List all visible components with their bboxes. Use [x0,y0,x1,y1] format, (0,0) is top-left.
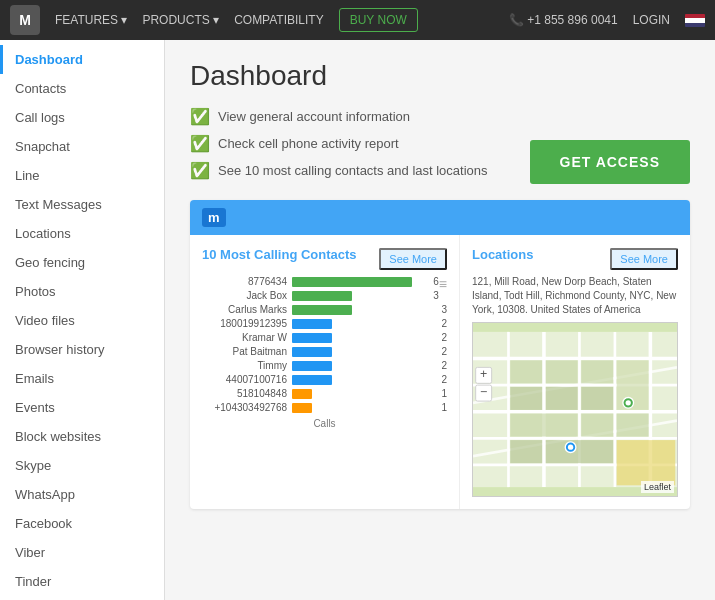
chart-bar [292,277,412,287]
products-nav-link[interactable]: PRODUCTS ▾ [142,13,219,27]
chart-value: 2 [441,374,447,385]
calls-section: 10 Most Calling Contacts See More ≡ 8776… [190,235,460,509]
locations-see-more-button[interactable]: See More [610,248,678,270]
map-svg: + − [473,323,677,496]
svg-rect-18 [581,387,613,410]
sidebar-item-events[interactable]: Events [0,393,164,422]
features-nav-link[interactable]: FEATURES ▾ [55,13,127,27]
chart-bar-container [292,277,430,287]
card-logo: m [202,208,226,227]
chart-row: Carlus Marks 3 [202,304,447,315]
svg-rect-15 [581,360,613,383]
chart-value: 1 [441,388,447,399]
sidebar-item-call-logs[interactable]: Call logs [0,103,164,132]
check-icon-3: ✅ [190,161,210,180]
chart-bar-container [292,361,438,371]
sidebar-item-line[interactable]: Line [0,161,164,190]
calls-section-title: 10 Most Calling Contacts [202,247,357,262]
top-nav: M FEATURES ▾ PRODUCTS ▾ COMPATIBILITY BU… [0,0,715,40]
card-body: 10 Most Calling Contacts See More ≡ 8776… [190,235,690,509]
main-layout: Dashboard Contacts Call logs Snapchat Li… [0,40,715,600]
nav-right: 📞 +1 855 896 0041 LOGIN [509,13,705,27]
svg-point-29 [626,400,631,405]
svg-rect-16 [510,387,542,410]
chart-bar [292,403,312,413]
sidebar-item-block-websites[interactable]: Block websites [0,422,164,451]
chart-bar [292,305,352,315]
sidebar-item-whatsapp[interactable]: WhatsApp [0,480,164,509]
chart-bar-container [292,375,438,385]
sidebar-item-emails[interactable]: Emails [0,364,164,393]
chart-bar [292,389,312,399]
sidebar-item-locations[interactable]: Locations [0,219,164,248]
chart-label: Timmy [202,360,287,371]
sidebar-item-snapchat[interactable]: Snapchat [0,132,164,161]
sidebar-item-facebook[interactable]: Facebook [0,509,164,538]
chart-row: Pat Baitman 2 [202,346,447,357]
sidebar-item-geo-fencing[interactable]: Geo fencing [0,248,164,277]
chart-bar-container [292,403,438,413]
chart-bar-container [292,319,438,329]
chart-row: Jack Box 3 [202,290,439,301]
feature-text-1: View general account information [218,109,410,124]
chart-label: 44007100716 [202,374,287,385]
page-title: Dashboard [190,60,690,92]
sidebar-item-contacts[interactable]: Contacts [0,74,164,103]
sidebar-item-telegram[interactable]: Telegram [0,596,164,600]
nav-links: FEATURES ▾ PRODUCTS ▾ COMPATIBILITY BUY … [55,8,418,32]
buy-now-nav-link[interactable]: BUY NOW [339,8,418,32]
sidebar-item-browser-history[interactable]: Browser history [0,335,164,364]
chart-value: 2 [441,360,447,371]
svg-rect-13 [510,360,542,383]
check-icon-2: ✅ [190,134,210,153]
nav-logo: M [10,5,40,35]
sidebar-item-dashboard[interactable]: Dashboard [0,45,164,74]
sidebar-item-viber[interactable]: Viber [0,538,164,567]
sidebar-item-skype[interactable]: Skype [0,451,164,480]
feature-item-1: ✅ View general account information [190,107,690,126]
chart-bar-container [292,347,438,357]
chart-label: 518104848 [202,388,287,399]
chart-bar [292,347,332,357]
chart-bar-container [292,305,438,315]
nav-login-button[interactable]: LOGIN [633,13,670,27]
svg-rect-21 [581,413,613,436]
chart-area: 8776434 6 Jack Box 3 Carlus Marks 3 1800… [202,276,447,413]
svg-rect-23 [510,440,542,463]
chart-row: 518104848 1 [202,388,447,399]
compatibility-nav-link[interactable]: COMPATIBILITY [234,13,324,27]
chart-bar-container [292,389,438,399]
calls-see-more-button[interactable]: See More [379,248,447,270]
chart-value: 3 [441,304,447,315]
get-access-button[interactable]: GET ACCESS [530,140,691,184]
chart-bar [292,361,332,371]
chart-label: Carlus Marks [202,304,287,315]
location-address: 121, Mill Road, New Dorp Beach, Staten I… [472,275,678,317]
chart-bar-container [292,291,430,301]
check-icon-1: ✅ [190,107,210,126]
svg-point-27 [568,445,573,450]
chart-value: 2 [441,332,447,343]
chart-row: +104303492768 1 [202,402,447,413]
svg-rect-25 [617,440,676,485]
sidebar-item-text-messages[interactable]: Text Messages [0,190,164,219]
sidebar-item-video-files[interactable]: Video files [0,306,164,335]
nav-phone: 📞 +1 855 896 0041 [509,13,618,27]
card-header: m [190,200,690,235]
chart-label: Kramar W [202,332,287,343]
sidebar: Dashboard Contacts Call logs Snapchat Li… [0,40,165,600]
chart-value: 2 [441,346,447,357]
chart-menu-icon[interactable]: ≡ [439,276,447,292]
svg-text:+: + [480,367,487,381]
svg-rect-17 [546,387,578,410]
leaflet-badge: Leaflet [641,481,674,493]
svg-rect-24 [546,440,613,463]
locations-section: Locations See More 121, Mill Road, New D… [460,235,690,509]
chart-value: 3 [433,290,439,301]
chart-bar [292,375,332,385]
chart-row: Kramar W 2 [202,332,447,343]
chart-row: 44007100716 2 [202,374,447,385]
chart-value: 1 [441,402,447,413]
sidebar-item-tinder[interactable]: Tinder [0,567,164,596]
sidebar-item-photos[interactable]: Photos [0,277,164,306]
